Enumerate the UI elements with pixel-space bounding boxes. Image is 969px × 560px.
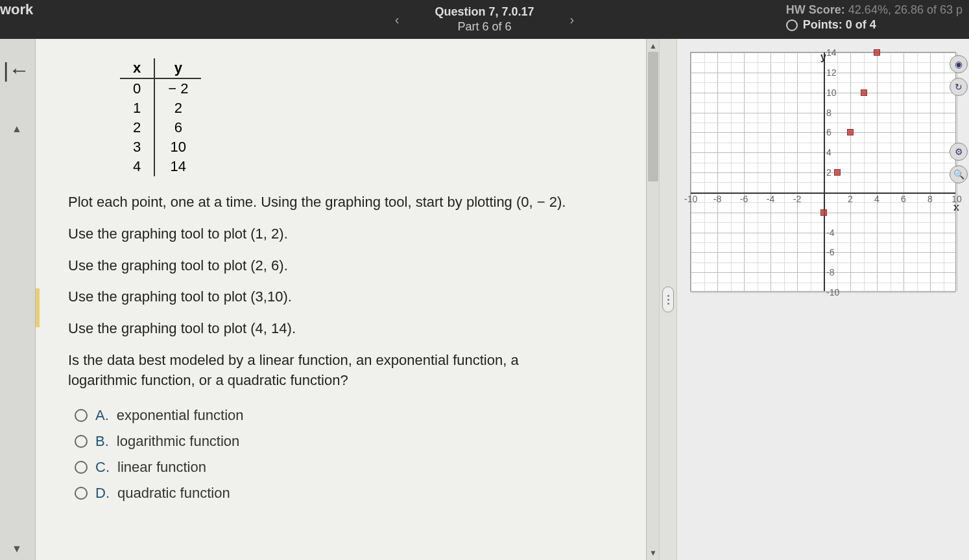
gutter-scroll-down-icon[interactable]: ▼ <box>12 543 22 555</box>
top-bar: work ‹ Question 7, 7.0.17 Part 6 of 6 › … <box>0 0 969 39</box>
table-row: 0− 2 <box>120 78 201 99</box>
y-tick-label: -10 <box>826 287 839 298</box>
scroll-thumb[interactable] <box>648 52 658 181</box>
y-tick-label: -6 <box>826 247 834 257</box>
x-tick-label: 2 <box>844 194 857 204</box>
y-tick-label: -8 <box>826 267 834 277</box>
gutter-scroll-up-icon[interactable]: ▲ <box>12 123 22 135</box>
prev-question-button[interactable]: ‹ <box>385 9 409 30</box>
plotted-point[interactable] <box>861 89 867 96</box>
points-text: Points: 0 of 4 <box>803 18 876 32</box>
option-text: linear function <box>117 459 206 476</box>
question-nav: ‹ Question 7, 7.0.17 Part 6 of 6 › <box>385 5 584 34</box>
x-tick-label: 6 <box>897 194 910 204</box>
plotted-point[interactable] <box>834 169 841 176</box>
hw-score-value: 42.64%, 26.86 of 63 p <box>848 3 963 16</box>
points-row: Points: 0 of 4 <box>786 18 963 32</box>
option-letter: A. <box>95 407 109 424</box>
scroll-up-icon[interactable]: ▲ <box>649 41 657 51</box>
instruction-text: Use the graphing tool to plot (3,10). <box>68 287 640 307</box>
content-scrollbar[interactable]: ▲ ▼ <box>646 39 659 560</box>
x-tick-label: -4 <box>764 194 777 204</box>
x-tick-label: 4 <box>870 194 883 204</box>
y-tick-label: 10 <box>826 88 837 98</box>
main-area: |← ▲ ▼ x y 0− 2 12 26 310 414 Plot each … <box>0 39 969 560</box>
x-tick-label: -2 <box>791 194 804 204</box>
plotted-point[interactable] <box>874 49 880 56</box>
answer-options: A. exponential function B. logarithmic f… <box>75 407 640 502</box>
score-panel: HW Score: 42.64%, 26.86 of 63 p Points: … <box>786 3 963 32</box>
y-tick-label: 4 <box>826 147 831 158</box>
highlight-marker <box>36 288 40 327</box>
instruction-text: Use the graphing tool to plot (2, 6). <box>68 256 640 276</box>
plotted-point[interactable] <box>847 129 854 135</box>
option-b[interactable]: B. logarithmic function <box>75 433 640 450</box>
hw-score-label: HW Score: <box>786 3 845 16</box>
table-row: 26 <box>120 118 201 137</box>
option-c[interactable]: C. linear function <box>75 459 640 476</box>
question-part: Part 6 of 6 <box>457 20 511 34</box>
graph-tool-button-2[interactable]: ↻ <box>950 78 968 96</box>
x-tick-label: -10 <box>684 194 697 204</box>
y-tick-label: 14 <box>826 47 837 58</box>
option-text: logarithmic function <box>117 433 240 450</box>
radio-icon[interactable] <box>75 409 88 422</box>
option-text: exponential function <box>117 407 244 424</box>
instruction-text: Use the graphing tool to plot (1, 2). <box>68 224 640 244</box>
option-letter: C. <box>95 459 110 476</box>
graph-tool-button-1[interactable]: ◉ <box>950 55 968 73</box>
option-text: quadratic function <box>117 485 230 502</box>
question-info: Question 7, 7.0.17 Part 6 of 6 <box>435 5 534 34</box>
y-tick-label: -4 <box>826 228 834 238</box>
hw-score: HW Score: 42.64%, 26.86 of 63 p <box>786 3 963 17</box>
coordinate-plane[interactable]: y x -10-8-6-4-2246810-10-8-6-42468101214 <box>690 52 956 292</box>
option-d[interactable]: D. quadratic function <box>75 485 640 502</box>
table-header-x: x <box>120 58 154 78</box>
radio-icon[interactable] <box>75 461 88 474</box>
graph-tool-button-3[interactable]: ⚙ <box>950 143 968 161</box>
radio-icon[interactable] <box>75 487 88 500</box>
table-row: 310 <box>120 137 201 157</box>
option-letter: B. <box>95 433 109 450</box>
question-number: Question 7, 7.0.17 <box>435 5 534 19</box>
x-tick-label: 8 <box>924 194 937 204</box>
option-a[interactable]: A. exponential function <box>75 407 640 424</box>
divider-handle-icon[interactable] <box>662 286 674 312</box>
x-tick-label: 10 <box>950 194 963 204</box>
question-content: x y 0− 2 12 26 310 414 Plot each point, … <box>36 39 659 560</box>
x-tick-label: -6 <box>737 194 750 204</box>
collapse-button[interactable]: |← <box>3 58 29 82</box>
graph-tool-button-4[interactable]: 🔍 <box>950 165 968 183</box>
question-prompt: Is the data best modeled by a linear fun… <box>68 351 522 391</box>
next-question-button[interactable]: › <box>560 9 584 30</box>
option-letter: D. <box>95 485 110 502</box>
y-tick-label: 8 <box>826 108 831 118</box>
instruction-text: Use the graphing tool to plot (4, 14). <box>68 319 640 339</box>
instruction-text: Plot each point, one at a time. Using th… <box>68 192 640 213</box>
assignment-label: work <box>0 1 33 18</box>
y-tick-label: 6 <box>826 127 831 137</box>
radio-icon[interactable] <box>75 435 88 448</box>
plotted-point[interactable] <box>820 209 827 216</box>
pane-divider[interactable] <box>659 39 677 560</box>
left-gutter: |← ▲ ▼ <box>0 39 36 560</box>
y-tick-label: 12 <box>826 67 837 78</box>
y-tick-label: 2 <box>826 167 831 178</box>
table-row: 414 <box>120 157 201 176</box>
table-header-y: y <box>154 58 201 78</box>
points-status-icon <box>786 19 798 31</box>
xy-table: x y 0− 2 12 26 310 414 <box>120 58 201 176</box>
table-row: 12 <box>120 99 201 118</box>
x-tick-label: -8 <box>711 194 724 204</box>
scroll-down-icon[interactable]: ▼ <box>649 548 657 557</box>
graph-panel-container: y x -10-8-6-4-2246810-10-8-6-42468101214… <box>677 39 969 560</box>
